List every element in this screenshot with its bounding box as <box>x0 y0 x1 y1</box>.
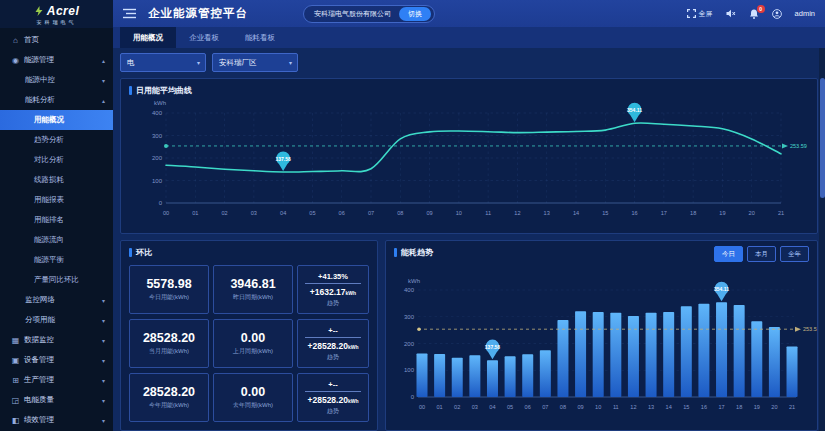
sidebar-item-label: 绩效管理 <box>24 415 54 425</box>
sidebar-item-7[interactable]: 线路损耗 <box>0 170 113 190</box>
user-avatar-button[interactable] <box>772 9 782 19</box>
svg-text:300: 300 <box>404 314 415 320</box>
user-menu[interactable]: admin <box>795 9 815 18</box>
sidebar-item-15[interactable]: ▦数据监控▾ <box>0 330 113 350</box>
tab-0[interactable]: 用能概况 <box>120 27 176 48</box>
svg-text:14: 14 <box>666 404 672 410</box>
svg-text:200: 200 <box>404 341 415 347</box>
range-button-group: 今日本月全年 <box>714 246 809 262</box>
range-button-2[interactable]: 全年 <box>780 246 809 262</box>
sidebar-item-11[interactable]: 能源平衡 <box>0 250 113 270</box>
tab-bar: 用能概况企业看板能耗看板 <box>113 27 825 48</box>
svg-text:05: 05 <box>309 210 315 216</box>
daily-curve-chart: 0100200300400kWh000102030405060708091011… <box>126 99 814 231</box>
svg-text:16: 16 <box>701 404 707 410</box>
sidebar-item-9[interactable]: 用能排名 <box>0 210 113 230</box>
metric-value: 0.00 <box>241 331 265 345</box>
trend-cell-0: +41.35%+1632.17kWh趋势 <box>297 265 369 314</box>
sidebar-item-4[interactable]: 用能概况 <box>0 110 113 130</box>
sidebar-item-18[interactable]: ◲电能质量▾ <box>0 390 113 410</box>
tab-2[interactable]: 能耗看板 <box>232 27 288 48</box>
scrollbar-track[interactable] <box>819 48 825 431</box>
svg-text:354.11: 354.11 <box>627 107 642 113</box>
sidebar-item-8[interactable]: 用能报表 <box>0 190 113 210</box>
sidebar-item-label: 生产管理 <box>24 375 54 385</box>
sidebar-item-19[interactable]: ◧绩效管理▾ <box>0 410 113 430</box>
svg-text:08: 08 <box>560 404 566 410</box>
svg-text:03: 03 <box>251 210 257 216</box>
chevron-down-icon: ▾ <box>102 297 105 304</box>
sidebar-menu: ⌂首页◉能源管理▴能源中控▾能耗分析▴用能概况趋势分析对比分析线路损耗用能报表用… <box>0 30 113 431</box>
trend-unit: kWh <box>346 290 357 296</box>
sidebar-item-12[interactable]: 产量同比环比 <box>0 270 113 290</box>
chevron-down-icon: ▾ <box>102 337 105 344</box>
notification-badge: 0 <box>757 5 765 13</box>
metric-label: 今日用能(kWh) <box>149 293 189 302</box>
select-value: 电 <box>127 58 135 68</box>
sidebar-item-label: 首页 <box>24 35 39 45</box>
filter-select-0[interactable]: 电▾ <box>120 53 206 72</box>
trend-percent: +-- <box>328 380 337 389</box>
filter-row: 电▾安科瑞厂区▾ <box>120 53 298 72</box>
metric-value: 5578.98 <box>146 277 191 291</box>
energy-trend-chart: 0100200300400kWh000102030405060708091011… <box>388 263 818 429</box>
svg-text:11: 11 <box>485 210 491 216</box>
sidebar-item-0[interactable]: ⌂首页 <box>0 30 113 50</box>
svg-text:01: 01 <box>437 404 443 410</box>
filter-select-1[interactable]: 安科瑞厂区▾ <box>212 53 298 72</box>
svg-text:19: 19 <box>754 404 760 410</box>
svg-text:13: 13 <box>544 210 550 216</box>
sidebar-item-label: 线路损耗 <box>34 175 64 185</box>
notifications-button[interactable]: 0 <box>749 9 759 19</box>
sidebar-item-17[interactable]: ⊞生产管理▾ <box>0 370 113 390</box>
sidebar-item-5[interactable]: 趋势分析 <box>0 130 113 150</box>
sidebar-item-3[interactable]: 能耗分析▴ <box>0 90 113 110</box>
main-area: 企业能源管控平台 安科瑞电气股份有限公司 切换 全屏 0 <box>113 0 825 431</box>
sidebar-item-label: 用能排名 <box>34 215 64 225</box>
svg-text:17: 17 <box>718 404 724 410</box>
sidebar-item-6[interactable]: 对比分析 <box>0 150 113 170</box>
trend-cell-1: +--+28528.20kWh趋势 <box>297 319 369 368</box>
switch-company-button[interactable]: 切换 <box>399 7 431 21</box>
trend-cell-2: +--+28528.20kWh趋势 <box>297 373 369 422</box>
trend-percent: +-- <box>328 326 337 335</box>
scrollbar-thumb[interactable] <box>820 78 825 198</box>
sidebar-item-label: 趋势分析 <box>34 135 64 145</box>
svg-text:18: 18 <box>736 404 742 410</box>
svg-text:02: 02 <box>221 210 227 216</box>
svg-text:21: 21 <box>789 404 795 410</box>
svg-text:10: 10 <box>595 404 601 410</box>
chevron-down-icon: ▾ <box>197 59 200 66</box>
announcement-button[interactable] <box>726 9 736 18</box>
chevron-up-icon: ▴ <box>102 97 105 104</box>
sidebar-item-10[interactable]: 能源流向 <box>0 230 113 250</box>
select-value: 安科瑞厂区 <box>219 58 257 68</box>
sidebar-item-13[interactable]: 监控网络▾ <box>0 290 113 310</box>
sidebar-item-label: 对比分析 <box>34 155 64 165</box>
metric-cell-1-0: 28528.20当月用能(kWh) <box>129 319 209 368</box>
svg-text:06: 06 <box>339 210 345 216</box>
range-button-0[interactable]: 今日 <box>714 246 743 262</box>
page-title: 企业能源管控平台 <box>148 6 248 21</box>
logo-brand: Acrel <box>47 4 80 18</box>
user-icon <box>772 9 782 19</box>
ring-compare-grid: 5578.98今日用能(kWh)3946.81昨日同期(kWh)+41.35%+… <box>129 265 369 422</box>
tab-1[interactable]: 企业看板 <box>176 27 232 48</box>
trend-label: 趋势 <box>327 353 339 362</box>
svg-text:200: 200 <box>152 155 163 161</box>
chevron-down-icon: ▾ <box>102 77 105 84</box>
range-button-1[interactable]: 本月 <box>747 246 776 262</box>
sidebar-item-2[interactable]: 能源中控▾ <box>0 70 113 90</box>
menu-collapse-icon[interactable] <box>123 8 136 19</box>
svg-text:18: 18 <box>690 210 696 216</box>
sidebar-item-14[interactable]: 分项用能▾ <box>0 310 113 330</box>
svg-text:kWh: kWh <box>408 278 420 284</box>
svg-text:03: 03 <box>472 404 478 410</box>
metric-value: 28528.20 <box>143 385 195 399</box>
svg-text:04: 04 <box>280 210 286 216</box>
fullscreen-button[interactable]: 全屏 <box>687 9 713 19</box>
sidebar-item-1[interactable]: ◉能源管理▴ <box>0 50 113 70</box>
sidebar-item-16[interactable]: ▣设备管理▾ <box>0 350 113 370</box>
svg-text:12: 12 <box>514 210 520 216</box>
chevron-up-icon: ▴ <box>102 57 105 64</box>
